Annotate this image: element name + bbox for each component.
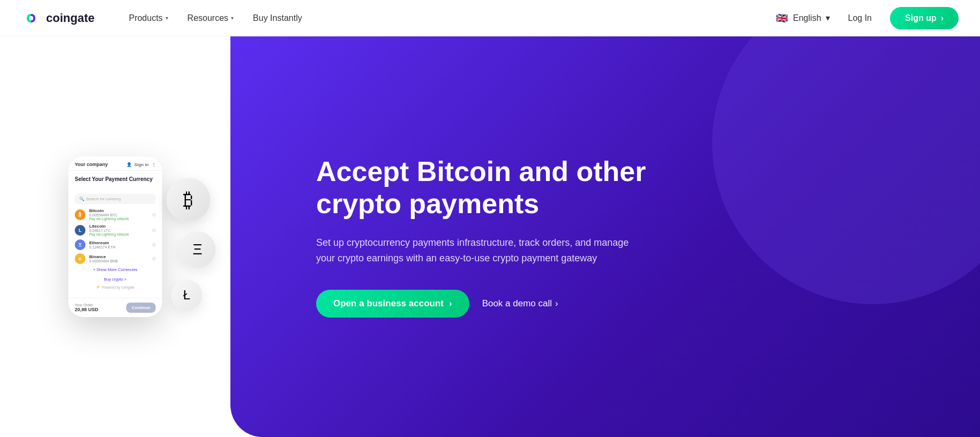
- crypto-item-ltc[interactable]: L Litecoin 0.04617 LTC Pay via Lightning…: [75, 224, 156, 236]
- signup-button[interactable]: Sign up ›: [890, 7, 959, 29]
- nav-links: Products ▾ Resources ▾ Buy Instantly: [121, 9, 775, 27]
- bnb-icon: B: [75, 253, 86, 264]
- chevron-down-icon: ▾: [166, 15, 168, 21]
- hero-right: Accept Bitcoin and other crypto payments…: [230, 36, 980, 437]
- login-button[interactable]: Log In: [841, 9, 879, 27]
- uk-flag-icon: 🇬🇧: [775, 11, 789, 25]
- btc-icon: ₿: [75, 209, 86, 220]
- nav-buy-instantly[interactable]: Buy Instantly: [245, 9, 310, 27]
- phone-mockup: Your company 👤 Sign in ⋮ Select Your Pay…: [69, 156, 162, 317]
- arrow-right-icon: ›: [449, 298, 452, 309]
- eth-icon: Ξ: [75, 239, 86, 250]
- svg-point-0: [21, 9, 41, 28]
- hero-section: Your company 👤 Sign in ⋮ Select Your Pay…: [0, 36, 980, 437]
- continue-button[interactable]: Continue: [126, 303, 156, 313]
- phone-footer: Your Order 20,98 USD Continue: [69, 298, 162, 317]
- ltc-icon: L: [75, 225, 86, 236]
- nav-products[interactable]: Products ▾: [121, 9, 175, 27]
- litecoin-coin: Ł: [171, 280, 203, 311]
- phone-body: Select Your Payment Currency 🔍 Search fo…: [69, 171, 162, 298]
- crypto-item-btc[interactable]: ₿ Bitcoin 0.00558484 BTC Pay via Lightni…: [75, 208, 156, 221]
- buy-crypto-btn[interactable]: Buy crypto >: [75, 275, 156, 283]
- nav-resources[interactable]: Resources ▾: [180, 9, 241, 27]
- arrow-right-icon: ›: [941, 13, 944, 23]
- hero-description: Set up cryptocurrency payments infrastru…: [316, 235, 648, 266]
- crypto-item-eth[interactable]: Ξ Ethereum 0.1246174 ETH: [75, 239, 156, 250]
- chevron-down-icon: ▾: [231, 15, 234, 21]
- phone-signin: 👤 Sign in ⋮: [126, 162, 156, 167]
- crypto-list: ₿ Bitcoin 0.00558484 BTC Pay via Lightni…: [75, 208, 156, 264]
- crypto-item-bnb[interactable]: B Binance 0.00360464 BNB: [75, 253, 156, 264]
- logo[interactable]: coingate: [21, 9, 94, 28]
- search-icon: 🔍: [79, 197, 84, 201]
- arrow-right-icon: ›: [555, 298, 558, 309]
- show-more-btn[interactable]: + Show More Currencies: [75, 264, 156, 275]
- navbar: coingate Products ▾ Resources ▾ Buy Inst…: [0, 0, 980, 36]
- coingate-logo-icon: [21, 9, 41, 28]
- hero-content: Accept Bitcoin and other crypto payments…: [316, 156, 718, 317]
- bitcoin-coin: ₿: [167, 178, 211, 222]
- chevron-down-icon: ▾: [826, 13, 830, 23]
- powered-by: ⚡ Powered by coingate: [75, 283, 156, 292]
- nav-right: 🇬🇧 English ▾ Log In Sign up ›: [775, 7, 959, 29]
- logo-text: coingate: [46, 11, 94, 25]
- phone-search[interactable]: 🔍 Search for currency: [75, 194, 156, 204]
- book-demo-button[interactable]: Book a demo call ›: [482, 298, 558, 309]
- ethereum-coin: Ξ: [179, 231, 216, 268]
- phone-header: Your company 👤 Sign in ⋮: [69, 156, 162, 171]
- language-selector[interactable]: 🇬🇧 English ▾: [775, 11, 829, 25]
- open-business-account-button[interactable]: Open a business account ›: [316, 290, 469, 318]
- hero-left: Your company 👤 Sign in ⋮ Select Your Pay…: [0, 36, 230, 437]
- hero-title: Accept Bitcoin and other crypto payments: [316, 156, 718, 220]
- hero-buttons: Open a business account › Book a demo ca…: [316, 290, 718, 318]
- phone-mockup-container: Your company 👤 Sign in ⋮ Select Your Pay…: [69, 156, 162, 317]
